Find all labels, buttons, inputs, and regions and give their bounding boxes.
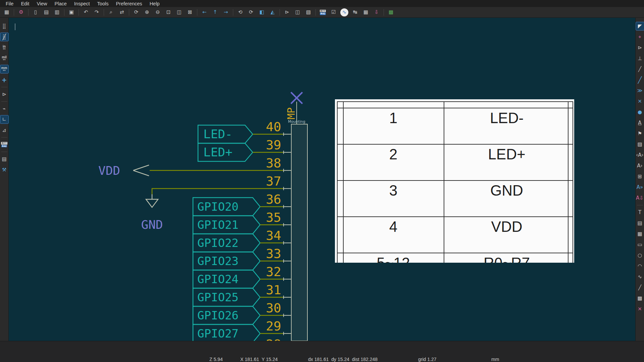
footprint-editor-button[interactable]: ▧ [304,8,312,16]
units-inches-button[interactable]: in↔ [0,44,8,52]
wire-to-bus-entry-tool[interactable]: ≫ [636,87,644,95]
annotate-button[interactable]: R??R42 [319,8,327,16]
rectangle-tool[interactable]: ▭ [636,241,644,249]
hierarchy-navigator-button[interactable]: ▤ [0,155,8,163]
show-hidden-pins-button[interactable]: ⊳ [0,90,8,98]
symbol-fields-table-button[interactable]: ▦ [362,8,370,16]
place-symbol-tool[interactable]: ⊳ [636,44,644,52]
junction-tool[interactable]: ● [636,108,644,116]
hier-label-gpio22[interactable]: GPIO22 [193,234,260,252]
zoom-to-selection-button[interactable]: ⊠ [186,8,194,16]
undo-button[interactable]: ↶ [82,8,90,16]
crosshair-cursor-button[interactable]: + [0,76,8,84]
pin-34[interactable]: 34 [266,228,291,245]
menu-view[interactable]: View [33,0,51,7]
nav-up-hierarchy-button[interactable]: ↑ [211,8,219,16]
menu-inspect[interactable]: Inspect [70,0,94,7]
zoom-in-button[interactable]: ⊕ [143,8,151,16]
pin-29[interactable]: 29 [266,319,291,335]
hier-label-gpio21[interactable]: GPIO21 [193,216,260,234]
menu-file[interactable]: File [2,0,17,7]
annotate-automatically-button[interactable]: R??R42 [0,141,8,149]
line-tool[interactable]: ╱ [636,283,644,292]
toggle-grid-button[interactable]: ⣿ [0,22,8,30]
wire[interactable] [152,189,283,194]
import-sheet-pin-tool[interactable]: A⇩ [636,194,644,202]
bezier-tool[interactable]: ∿ [636,273,644,281]
page-settings-button[interactable]: ▯ [32,8,40,16]
draw-wire-tool[interactable]: ╱ [636,65,644,73]
menu-help[interactable]: Help [146,0,163,7]
global-label-vdd[interactable]: VDD [98,164,149,177]
units-mm-button[interactable]: mm↔ [0,65,8,73]
pin-39[interactable]: 39 [266,138,291,154]
symbol-library-browser-button[interactable]: ◫ [294,8,302,16]
zoom-fit-objects-button[interactable]: ◫ [175,8,183,16]
hierarchical-label-tool[interactable]: A› [636,162,644,170]
symbol-editor-button[interactable]: ⊳ [283,8,291,16]
datasheet-pin-table-image[interactable]: 1LED-2LED+3GND4VDD5~12R0~R7 [335,99,574,263]
open-pcb-editor-button[interactable]: ▩ [387,8,395,16]
hier-label-gpio24[interactable]: GPIO24 [193,270,260,288]
wire-45deg-button[interactable]: ⊿ [0,126,8,134]
schematic-setup-button[interactable]: ⚙ [17,8,25,16]
zoom-out-button[interactable]: ⊖ [154,8,162,16]
connector-symbol[interactable]: MountingMP [285,102,307,341]
rule-area-tool[interactable]: ▨ [636,140,644,148]
menu-tools[interactable]: Tools [94,0,112,7]
refresh-button[interactable]: ⟳ [132,8,140,16]
nav-forward-button[interactable]: → [222,8,230,16]
circle-tool[interactable]: ○ [636,251,644,259]
arc-tool[interactable]: ◠ [636,262,644,270]
pin-35[interactable]: 35 [266,210,291,226]
pin-37[interactable]: 37 [266,174,291,190]
hier-label-gpio25[interactable]: GPIO25 [193,288,260,306]
image-tool[interactable]: ▩ [636,294,644,302]
nav-back-button[interactable]: ← [200,8,208,16]
find-button[interactable]: ⌕ [107,8,115,16]
table-tool[interactable]: ▦ [636,230,644,238]
units-mils-button[interactable]: mil↔ [0,54,8,62]
assign-footprints-button[interactable]: ↹ [351,8,359,16]
pin-36[interactable]: 36 [266,192,291,208]
net-label-tool[interactable]: A [636,119,644,127]
wire-free-angle-button[interactable]: ⌁ [0,105,8,113]
pin-28[interactable]: 28 [266,337,291,341]
hier-label-led+[interactable]: LED+ [198,143,253,161]
hier-label-gpio20[interactable]: GPIO20 [193,198,260,216]
pin-30[interactable]: 30 [266,301,291,317]
properties-manager-button[interactable]: ⚒ [0,166,8,174]
netclass-directive-tool[interactable]: ⚑ [636,130,644,138]
no-connect-tool[interactable]: ✕ [636,97,644,105]
redo-button[interactable]: ↷ [93,8,101,16]
mirror-horizontal-button[interactable]: ◧ [258,8,266,16]
print-button[interactable]: ▤ [42,8,50,16]
schematic-canvas[interactable]: MountingMP40LED-39LED+38VDD37GND36GPIO20… [9,18,635,341]
hier-label-gpio23[interactable]: GPIO23 [193,252,260,270]
pin-32[interactable]: 32 [266,264,291,281]
sheet-pin-tool[interactable]: A» [636,183,644,191]
menu-edit[interactable]: Edit [17,0,33,7]
global-label-tool[interactable]: ‹A› [636,151,644,159]
select-tool[interactable]: ◤ [636,22,644,30]
plot-button[interactable]: ▥ [53,8,61,16]
draw-bus-tool[interactable]: ╱ [636,76,644,84]
paste-button[interactable]: ▣ [67,8,76,16]
highlight-net-tool[interactable]: ⌖ [636,33,644,41]
zoom-fit-page-button[interactable]: ⊡ [164,8,172,16]
mirror-vertical-button[interactable]: ◭ [268,8,277,16]
menu-preferences[interactable]: Preferences [112,0,146,7]
delete-tool[interactable]: ✕ [636,305,644,313]
text-tool[interactable]: T [636,208,644,216]
pin-33[interactable]: 33 [266,246,291,263]
rotate-ccw-button[interactable]: ⟲ [236,8,244,16]
wire-90deg-button[interactable]: ∟ [0,115,8,123]
power-symbol-gnd[interactable]: GND [141,194,163,231]
find-replace-button[interactable]: ⇄ [118,8,126,16]
grid-overrides-button[interactable]: ⣿╱ [0,33,8,41]
menu-place[interactable]: Place [51,0,70,7]
save-button[interactable]: ▦ [3,8,11,16]
hier-label-gpio26[interactable]: GPIO26 [193,306,260,324]
place-power-port-tool[interactable]: ⊥ [636,54,644,62]
pin-31[interactable]: 31 [266,282,291,299]
